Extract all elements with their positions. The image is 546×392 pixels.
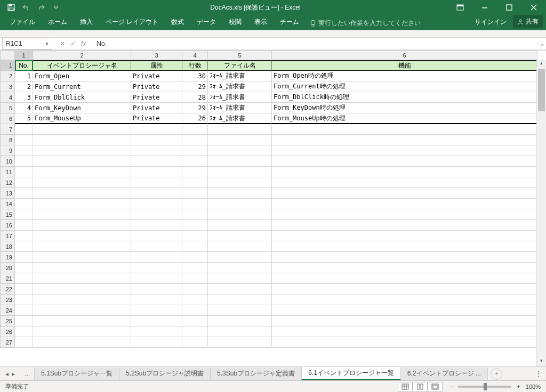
sheet-tab[interactable]: 5.2Subプロシージャ説明書	[119, 368, 211, 380]
cell[interactable]	[208, 135, 272, 145]
cell[interactable]	[15, 145, 33, 156]
sheet-options-icon[interactable]: ⋮	[531, 370, 546, 378]
cell[interactable]	[182, 252, 208, 263]
minimize-button[interactable]	[472, 0, 497, 15]
cell[interactable]	[272, 177, 537, 188]
row-header[interactable]: 8	[0, 135, 15, 145]
row-header[interactable]: 11	[0, 167, 15, 177]
cell[interactable]	[272, 263, 537, 273]
cell[interactable]	[208, 305, 272, 316]
cell[interactable]	[182, 167, 208, 177]
row-header[interactable]: 14	[0, 199, 15, 209]
cell[interactable]	[33, 209, 131, 220]
tab-view[interactable]: 表示	[248, 14, 274, 30]
sheet-tab[interactable]: 5.1Subプロシージャ一覧	[34, 368, 119, 380]
cell[interactable]	[33, 220, 131, 231]
cell[interactable]	[272, 124, 537, 135]
cell[interactable]	[182, 284, 208, 295]
cell[interactable]: 26	[182, 113, 208, 124]
cell[interactable]	[182, 188, 208, 199]
cell[interactable]: 5	[15, 113, 33, 124]
cell[interactable]	[182, 220, 208, 231]
tab-insert[interactable]: 挿入	[74, 14, 99, 30]
cell[interactable]: 29	[182, 81, 208, 92]
cell[interactable]	[272, 305, 537, 316]
cell[interactable]	[208, 199, 272, 209]
column-header[interactable]: 4	[182, 51, 208, 60]
sheet-tab-active[interactable]: 6.1イベントプロシージャ一覧	[301, 367, 401, 380]
cell[interactable]	[272, 252, 537, 263]
row-header[interactable]: 1	[0, 60, 15, 71]
cell[interactable]: 2	[15, 81, 33, 92]
cell[interactable]	[15, 188, 33, 199]
cell[interactable]	[272, 167, 537, 177]
row-header[interactable]: 5	[0, 103, 15, 113]
sheet-tab[interactable]: 5.3Subプロシージャ定義書	[210, 368, 302, 380]
row-header[interactable]: 6	[0, 113, 15, 124]
cell[interactable]	[33, 284, 131, 295]
cell[interactable]	[33, 337, 131, 348]
cell[interactable]	[182, 273, 208, 284]
row-header[interactable]: 15	[0, 209, 15, 220]
cell[interactable]	[33, 241, 131, 252]
cell[interactable]	[15, 177, 33, 188]
cell[interactable]: 行数	[182, 60, 208, 71]
cell[interactable]	[15, 316, 33, 326]
cell[interactable]: Form_DblClick時の処理	[272, 92, 537, 103]
cell[interactable]: 30	[182, 71, 208, 81]
column-header[interactable]: 2	[33, 51, 131, 60]
scroll-down-icon[interactable]: ▾	[537, 358, 546, 366]
row-header[interactable]: 4	[0, 92, 15, 103]
row-header[interactable]: 24	[0, 305, 15, 316]
cell[interactable]: 属性	[131, 60, 182, 71]
tab-home[interactable]: ホーム	[42, 14, 74, 30]
cell[interactable]	[33, 273, 131, 284]
cell[interactable]	[131, 231, 182, 241]
cell[interactable]	[272, 295, 537, 305]
zoom-slider-thumb[interactable]	[484, 383, 487, 390]
cell[interactable]	[208, 177, 272, 188]
formula-input[interactable]: No.	[93, 38, 539, 50]
cell[interactable]	[131, 284, 182, 295]
cell[interactable]	[33, 124, 131, 135]
cell[interactable]	[33, 188, 131, 199]
cell[interactable]	[208, 220, 272, 231]
cell[interactable]	[131, 156, 182, 167]
tab-file[interactable]: ファイル	[3, 14, 42, 30]
cell[interactable]	[182, 209, 208, 220]
vertical-scrollbar[interactable]: ▴ ▾	[536, 60, 546, 366]
cell[interactable]: Private	[131, 81, 182, 92]
scrollbar-thumb[interactable]	[538, 69, 545, 111]
zoom-out-button[interactable]: −	[450, 383, 453, 390]
save-button[interactable]	[4, 1, 18, 14]
column-header[interactable]: 6	[272, 51, 537, 60]
cell[interactable]	[182, 241, 208, 252]
cell[interactable]	[15, 284, 33, 295]
cell[interactable]	[15, 241, 33, 252]
tab-formulas[interactable]: 数式	[165, 14, 190, 30]
cell[interactable]	[182, 145, 208, 156]
cell[interactable]	[131, 145, 182, 156]
cell[interactable]	[182, 263, 208, 273]
cell[interactable]	[272, 188, 537, 199]
select-all-corner[interactable]	[0, 51, 15, 60]
cell[interactable]	[208, 252, 272, 263]
new-sheet-button[interactable]: ＋	[491, 368, 502, 380]
cell[interactable]	[208, 241, 272, 252]
cell[interactable]	[33, 145, 131, 156]
cell[interactable]	[131, 209, 182, 220]
tab-data[interactable]: データ	[190, 14, 222, 30]
cell[interactable]	[131, 273, 182, 284]
zoom-in-button[interactable]: ＋	[516, 382, 521, 390]
cell[interactable]	[272, 135, 537, 145]
qat-customize-icon[interactable]	[49, 1, 63, 14]
cell[interactable]	[33, 263, 131, 273]
tab-team[interactable]: チーム	[274, 14, 306, 30]
ribbon-display-button[interactable]	[448, 0, 472, 15]
cell[interactable]	[15, 273, 33, 284]
cell[interactable]	[182, 337, 208, 348]
column-header[interactable]: 5	[208, 51, 272, 60]
cell[interactable]: Form_MouseUp時の処理	[272, 113, 537, 124]
row-header[interactable]: 16	[0, 220, 15, 231]
cell[interactable]: 1	[15, 71, 33, 81]
